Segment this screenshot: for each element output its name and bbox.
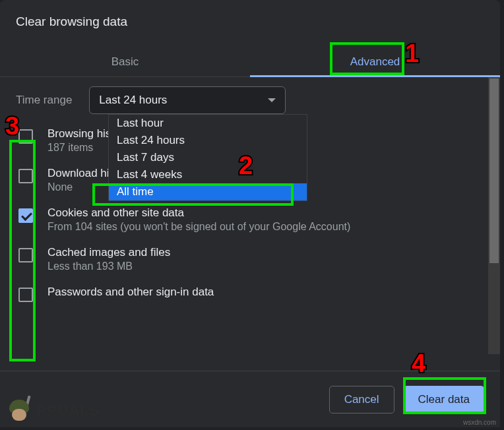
item-sub: From 104 sites (you won't be signed out … <box>47 221 350 233</box>
dropdown-option-alltime[interactable]: All time <box>109 183 307 200</box>
item-title: Cached images and files <box>47 246 170 259</box>
item-sub: Less than 193 MB <box>47 261 170 272</box>
tab-basic[interactable]: Basic <box>0 47 250 77</box>
dropdown-option[interactable]: Last hour <box>109 115 307 132</box>
dropdown-option[interactable]: Last 24 hours <box>109 132 307 149</box>
dropdown-option[interactable]: Last 4 weeks <box>109 166 307 183</box>
clear-data-button[interactable]: Clear data <box>404 386 484 414</box>
checkbox-browsing-history[interactable] <box>18 129 33 144</box>
list-item: Cached images and files Less than 193 MB <box>18 246 484 272</box>
time-range-select[interactable]: Last 24 hours <box>89 86 286 114</box>
checkbox-cached-images[interactable] <box>18 248 33 262</box>
list-item: Passwords and other sign-in data <box>18 286 484 302</box>
item-title: Passwords and other sign-in data <box>47 286 214 299</box>
checkbox-cookies[interactable] <box>18 208 33 223</box>
checkbox-passwords[interactable] <box>18 288 33 302</box>
item-title: Cookies and other site data <box>47 206 350 220</box>
dropdown-option[interactable]: Last 7 days <box>109 149 307 166</box>
checkbox-download-history[interactable] <box>18 169 33 183</box>
list-item: Cookies and other site data From 104 sit… <box>18 206 484 233</box>
dropdown-icon <box>268 98 276 102</box>
time-range-dropdown: Last hour Last 24 hours Last 7 days Last… <box>108 114 307 201</box>
logo-icon <box>8 398 33 423</box>
scrollbar[interactable] <box>488 77 500 354</box>
time-range-label: Time range <box>16 94 72 107</box>
cancel-button[interactable]: Cancel <box>329 386 394 414</box>
time-range-value: Last 24 hours <box>99 94 167 107</box>
tabs: Basic Advanced <box>0 47 500 77</box>
watermark-text: PPUALS <box>37 402 100 419</box>
domain-watermark: wsxdn.com <box>463 419 496 426</box>
dialog-title: Clear browsing data <box>0 0 500 29</box>
watermark: PPUALS <box>8 398 100 423</box>
scrollbar-thumb[interactable] <box>489 78 499 263</box>
tab-advanced[interactable]: Advanced <box>250 47 500 77</box>
